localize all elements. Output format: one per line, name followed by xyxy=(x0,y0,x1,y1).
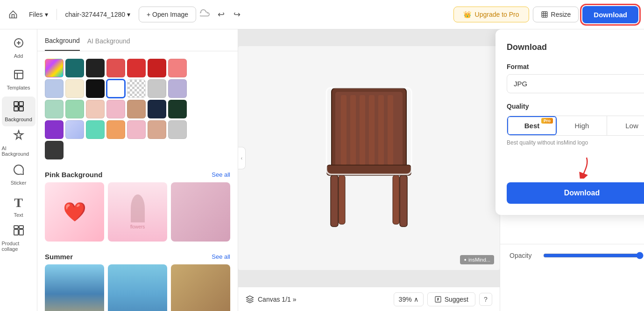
pink-template-1[interactable]: ❤️ xyxy=(45,182,104,242)
redo-button[interactable]: ↪ xyxy=(230,7,244,21)
sidebar-label-ai-background: AI Background xyxy=(2,145,35,157)
color-swatch[interactable] xyxy=(45,141,64,159)
quality-high-button[interactable]: High xyxy=(557,116,607,135)
sidebar: Add Templates Background xyxy=(0,29,37,311)
upgrade-button[interactable]: 👑 Upgrade to Pro xyxy=(453,7,529,22)
color-swatch[interactable] xyxy=(86,79,105,98)
format-label: Format xyxy=(507,63,644,70)
main-content: Add Templates Background xyxy=(0,29,644,311)
suggest-button[interactable]: Suggest xyxy=(427,292,475,306)
filename-button[interactable]: chair-3274474_1280 ▾ xyxy=(61,8,135,21)
color-swatch[interactable] xyxy=(86,59,105,77)
color-swatch[interactable] xyxy=(127,100,146,118)
color-swatch[interactable] xyxy=(106,120,125,139)
color-swatch[interactable] xyxy=(168,120,187,139)
files-label: Files xyxy=(29,11,43,18)
zoom-control[interactable]: 39% ∧ xyxy=(394,292,424,306)
quality-low-button[interactable]: Low xyxy=(607,116,644,135)
color-swatch[interactable] xyxy=(106,59,125,77)
pink-template-2[interactable]: flowers xyxy=(108,182,167,242)
color-swatch[interactable] xyxy=(65,59,84,77)
svg-rect-13 xyxy=(341,95,347,165)
format-select[interactable]: JPG xyxy=(507,74,644,93)
svg-rect-16 xyxy=(369,95,375,165)
download-main-button[interactable]: Download xyxy=(507,182,644,204)
color-swatch[interactable] xyxy=(127,79,146,98)
svg-rect-21 xyxy=(400,175,407,227)
topbar: Files ▾ chair-3274474_1280 ▾ + Open Imag… xyxy=(0,0,644,29)
summer-see-all[interactable]: See all xyxy=(212,253,230,260)
sidebar-label-add: Add xyxy=(14,53,23,59)
quality-label: Quality xyxy=(507,103,644,110)
background-icon xyxy=(13,101,24,115)
color-swatch[interactable] xyxy=(45,59,64,77)
sidebar-item-background[interactable]: Background xyxy=(2,97,35,126)
pink-see-all[interactable]: See all xyxy=(212,171,230,178)
panel-collapse-button[interactable]: ‹ xyxy=(238,147,246,169)
svg-rect-22 xyxy=(339,175,345,224)
color-swatch[interactable] xyxy=(65,120,84,139)
summer-template-3[interactable] xyxy=(171,264,230,311)
quality-best-button[interactable]: Best Pro xyxy=(507,116,557,135)
color-swatch[interactable] xyxy=(65,79,84,98)
help-button[interactable]: ? xyxy=(479,293,492,306)
home-button[interactable] xyxy=(6,7,21,22)
color-swatch[interactable] xyxy=(106,100,125,118)
color-swatch[interactable] xyxy=(148,100,166,118)
color-swatch[interactable] xyxy=(127,59,146,77)
svg-rect-20 xyxy=(331,175,338,227)
download-topbar-button[interactable]: Download xyxy=(582,6,638,23)
resize-button[interactable]: Resize xyxy=(533,7,579,22)
add-icon xyxy=(13,37,24,51)
layers-button[interactable] xyxy=(246,295,254,304)
color-swatch[interactable] xyxy=(106,79,125,98)
canvas-bottom: Canvas 1/1 » 39% ∧ Suggest ? xyxy=(238,287,500,311)
color-swatch[interactable] xyxy=(168,100,187,118)
canvas-name[interactable]: Canvas 1/1 » xyxy=(258,296,297,303)
svg-rect-4 xyxy=(19,102,23,106)
color-swatch[interactable] xyxy=(168,79,187,98)
canvas-inner: ● insMind... xyxy=(238,46,500,270)
sidebar-item-sticker[interactable]: Sticker xyxy=(2,160,35,190)
watermark: ● insMind... xyxy=(460,255,494,264)
files-menu[interactable]: Files ▾ xyxy=(24,8,53,21)
color-swatch[interactable] xyxy=(148,59,166,77)
sidebar-label-product-collage: Product collage xyxy=(2,241,35,252)
color-swatch[interactable] xyxy=(86,120,105,139)
color-swatch[interactable] xyxy=(45,100,64,118)
format-value: JPG xyxy=(514,80,527,88)
sidebar-item-text[interactable]: T Text xyxy=(2,192,35,221)
undo-button[interactable]: ↩ xyxy=(214,7,228,21)
color-swatch[interactable] xyxy=(65,100,84,118)
open-image-button[interactable]: + Open Image xyxy=(139,7,196,22)
filename-text: chair-3274474_1280 xyxy=(65,11,125,18)
color-swatch[interactable] xyxy=(148,120,166,139)
canvas-container[interactable]: ‹ xyxy=(238,29,500,287)
color-swatch[interactable] xyxy=(127,120,146,139)
download-panel-title: Download xyxy=(507,42,547,52)
topbar-divider xyxy=(57,9,57,20)
right-panel: Download ✕ Format JPG xyxy=(500,29,644,311)
summer-template-2[interactable] xyxy=(108,264,167,311)
color-swatch[interactable] xyxy=(45,120,64,139)
color-swatch[interactable] xyxy=(168,59,187,77)
sticker-icon xyxy=(13,164,24,178)
summer-template-1[interactable] xyxy=(45,264,104,311)
color-swatch[interactable] xyxy=(148,79,166,98)
files-chevron: ▾ xyxy=(45,11,48,18)
tab-ai-background[interactable]: AI Background xyxy=(87,37,130,50)
filename-chevron: ▾ xyxy=(127,11,130,18)
format-section: Format JPG xyxy=(507,63,644,93)
sidebar-item-ai-background[interactable]: AI Background xyxy=(2,128,35,158)
pink-template-3[interactable] xyxy=(171,182,230,242)
color-swatch[interactable] xyxy=(45,79,64,98)
color-swatch[interactable] xyxy=(86,100,105,118)
summer-section-title: Summer xyxy=(45,253,73,261)
download-panel: Download ✕ Format JPG xyxy=(495,29,644,215)
svg-rect-14 xyxy=(350,95,356,165)
sidebar-item-add[interactable]: Add xyxy=(2,33,35,63)
tab-background[interactable]: Background xyxy=(45,37,80,51)
sidebar-item-templates[interactable]: Templates xyxy=(2,65,35,95)
sidebar-item-product-collage[interactable]: Product collage xyxy=(2,223,35,253)
opacity-slider[interactable] xyxy=(543,252,644,259)
